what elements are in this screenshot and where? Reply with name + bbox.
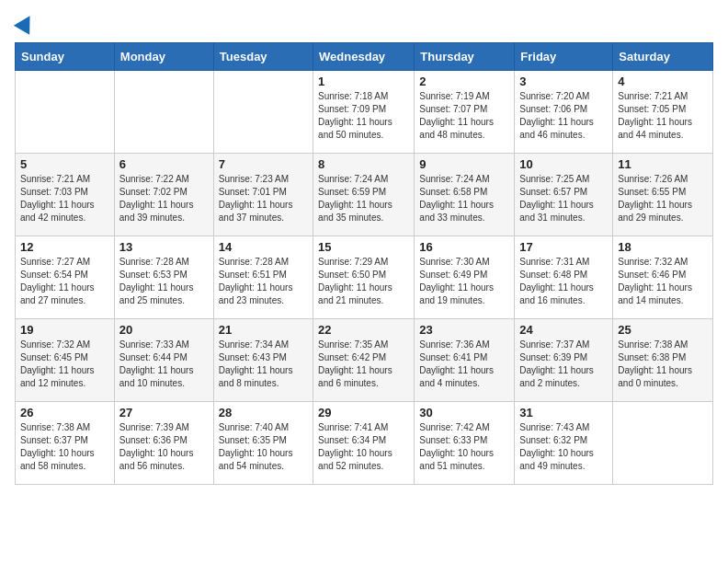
calendar-cell [213, 71, 313, 154]
day-number: 26 [20, 406, 109, 419]
day-info: Sunrise: 7:38 AMSunset: 6:38 PMDaylight:… [618, 339, 708, 390]
day-info: Sunrise: 7:43 AMSunset: 6:32 PMDaylight:… [519, 421, 608, 473]
day-info: Sunrise: 7:41 AMSunset: 6:34 PMDaylight:… [318, 421, 409, 473]
day-info: Sunrise: 7:18 AMSunset: 7:09 PMDaylight:… [318, 90, 409, 142]
day-number: 15 [318, 240, 409, 254]
calendar-cell: 27Sunrise: 7:39 AMSunset: 6:36 PMDayligh… [114, 402, 213, 485]
day-number: 13 [119, 240, 209, 254]
calendar-cell: 21Sunrise: 7:34 AMSunset: 6:43 PMDayligh… [213, 319, 313, 402]
logo-triangle-icon [14, 11, 38, 35]
calendar-cell: 20Sunrise: 7:33 AMSunset: 6:44 PMDayligh… [114, 319, 213, 402]
calendar-cell: 22Sunrise: 7:35 AMSunset: 6:42 PMDayligh… [313, 319, 415, 402]
day-number: 4 [618, 75, 708, 88]
col-header-thursday: Thursday [415, 43, 515, 71]
day-number: 7 [219, 157, 308, 171]
calendar-cell [613, 402, 713, 485]
logo [15, 15, 35, 31]
calendar-cell: 25Sunrise: 7:38 AMSunset: 6:38 PMDayligh… [613, 319, 713, 402]
day-info: Sunrise: 7:35 AMSunset: 6:42 PMDaylight:… [318, 339, 409, 390]
day-info: Sunrise: 7:29 AMSunset: 6:50 PMDaylight:… [318, 256, 409, 307]
day-number: 1 [318, 75, 409, 88]
day-info: Sunrise: 7:26 AMSunset: 6:55 PMDaylight:… [618, 173, 708, 224]
day-info: Sunrise: 7:28 AMSunset: 6:51 PMDaylight:… [219, 256, 308, 307]
calendar-cell [114, 71, 213, 154]
calendar-cell: 23Sunrise: 7:36 AMSunset: 6:41 PMDayligh… [415, 319, 515, 402]
day-number: 21 [219, 323, 308, 337]
day-info: Sunrise: 7:27 AMSunset: 6:54 PMDaylight:… [20, 256, 109, 307]
day-info: Sunrise: 7:21 AMSunset: 7:05 PMDaylight:… [618, 90, 708, 142]
day-info: Sunrise: 7:33 AMSunset: 6:44 PMDaylight:… [119, 339, 209, 390]
calendar-cell: 18Sunrise: 7:32 AMSunset: 6:46 PMDayligh… [613, 236, 713, 319]
day-number: 2 [419, 75, 509, 88]
calendar-cell: 16Sunrise: 7:30 AMSunset: 6:49 PMDayligh… [415, 236, 515, 319]
calendar-cell: 28Sunrise: 7:40 AMSunset: 6:35 PMDayligh… [213, 402, 313, 485]
day-number: 10 [519, 157, 608, 171]
day-number: 27 [119, 406, 209, 419]
day-info: Sunrise: 7:36 AMSunset: 6:41 PMDaylight:… [419, 339, 509, 390]
calendar-cell: 26Sunrise: 7:38 AMSunset: 6:37 PMDayligh… [16, 402, 115, 485]
col-header-friday: Friday [515, 43, 613, 71]
day-number: 12 [20, 240, 109, 254]
day-info: Sunrise: 7:34 AMSunset: 6:43 PMDaylight:… [219, 339, 308, 390]
day-number: 18 [618, 240, 708, 254]
page-header [15, 15, 713, 31]
calendar-cell: 14Sunrise: 7:28 AMSunset: 6:51 PMDayligh… [213, 236, 313, 319]
calendar-cell: 10Sunrise: 7:25 AMSunset: 6:57 PMDayligh… [515, 154, 613, 236]
day-number: 23 [419, 323, 509, 337]
calendar-cell: 29Sunrise: 7:41 AMSunset: 6:34 PMDayligh… [313, 402, 415, 485]
day-info: Sunrise: 7:22 AMSunset: 7:02 PMDaylight:… [119, 173, 209, 224]
day-info: Sunrise: 7:40 AMSunset: 6:35 PMDaylight:… [219, 421, 308, 473]
day-number: 25 [618, 323, 708, 337]
calendar-cell: 30Sunrise: 7:42 AMSunset: 6:33 PMDayligh… [415, 402, 515, 485]
calendar-cell: 2Sunrise: 7:19 AMSunset: 7:07 PMDaylight… [415, 71, 515, 154]
calendar-cell: 6Sunrise: 7:22 AMSunset: 7:02 PMDaylight… [114, 154, 213, 236]
calendar-cell: 7Sunrise: 7:23 AMSunset: 7:01 PMDaylight… [213, 154, 313, 236]
calendar-cell: 15Sunrise: 7:29 AMSunset: 6:50 PMDayligh… [313, 236, 415, 319]
day-number: 22 [318, 323, 409, 337]
day-info: Sunrise: 7:39 AMSunset: 6:36 PMDaylight:… [119, 421, 209, 473]
calendar-cell: 17Sunrise: 7:31 AMSunset: 6:48 PMDayligh… [515, 236, 613, 319]
day-number: 9 [419, 157, 509, 171]
calendar-cell: 12Sunrise: 7:27 AMSunset: 6:54 PMDayligh… [16, 236, 115, 319]
calendar-cell: 11Sunrise: 7:26 AMSunset: 6:55 PMDayligh… [613, 154, 713, 236]
calendar-cell: 5Sunrise: 7:21 AMSunset: 7:03 PMDaylight… [16, 154, 115, 236]
day-info: Sunrise: 7:24 AMSunset: 6:59 PMDaylight:… [318, 173, 409, 224]
day-number: 6 [119, 157, 209, 171]
day-info: Sunrise: 7:25 AMSunset: 6:57 PMDaylight:… [519, 173, 608, 224]
day-number: 29 [318, 406, 409, 419]
calendar-cell [16, 71, 115, 154]
day-number: 11 [618, 157, 708, 171]
calendar-cell: 19Sunrise: 7:32 AMSunset: 6:45 PMDayligh… [16, 319, 115, 402]
day-info: Sunrise: 7:21 AMSunset: 7:03 PMDaylight:… [20, 173, 109, 224]
day-number: 17 [519, 240, 608, 254]
day-info: Sunrise: 7:37 AMSunset: 6:39 PMDaylight:… [519, 339, 608, 390]
day-number: 28 [219, 406, 308, 419]
day-info: Sunrise: 7:32 AMSunset: 6:45 PMDaylight:… [20, 339, 109, 390]
day-number: 5 [20, 157, 109, 171]
day-number: 24 [519, 323, 608, 337]
day-number: 8 [318, 157, 409, 171]
calendar-table: SundayMondayTuesdayWednesdayThursdayFrid… [15, 42, 713, 485]
day-info: Sunrise: 7:42 AMSunset: 6:33 PMDaylight:… [419, 421, 509, 473]
day-number: 3 [519, 75, 608, 88]
day-info: Sunrise: 7:24 AMSunset: 6:58 PMDaylight:… [419, 173, 509, 224]
calendar-cell: 1Sunrise: 7:18 AMSunset: 7:09 PMDaylight… [313, 71, 415, 154]
col-header-tuesday: Tuesday [213, 43, 313, 71]
col-header-wednesday: Wednesday [313, 43, 415, 71]
calendar-cell: 31Sunrise: 7:43 AMSunset: 6:32 PMDayligh… [515, 402, 613, 485]
col-header-saturday: Saturday [613, 43, 713, 71]
day-info: Sunrise: 7:19 AMSunset: 7:07 PMDaylight:… [419, 90, 509, 142]
calendar-cell: 4Sunrise: 7:21 AMSunset: 7:05 PMDaylight… [613, 71, 713, 154]
day-number: 19 [20, 323, 109, 337]
day-number: 16 [419, 240, 509, 254]
day-info: Sunrise: 7:30 AMSunset: 6:49 PMDaylight:… [419, 256, 509, 307]
day-info: Sunrise: 7:28 AMSunset: 6:53 PMDaylight:… [119, 256, 209, 307]
calendar-cell: 8Sunrise: 7:24 AMSunset: 6:59 PMDaylight… [313, 154, 415, 236]
col-header-monday: Monday [114, 43, 213, 71]
day-number: 31 [519, 406, 608, 419]
calendar-cell: 3Sunrise: 7:20 AMSunset: 7:06 PMDaylight… [515, 71, 613, 154]
day-info: Sunrise: 7:32 AMSunset: 6:46 PMDaylight:… [618, 256, 708, 307]
day-info: Sunrise: 7:23 AMSunset: 7:01 PMDaylight:… [219, 173, 308, 224]
day-info: Sunrise: 7:31 AMSunset: 6:48 PMDaylight:… [519, 256, 608, 307]
col-header-sunday: Sunday [16, 43, 115, 71]
